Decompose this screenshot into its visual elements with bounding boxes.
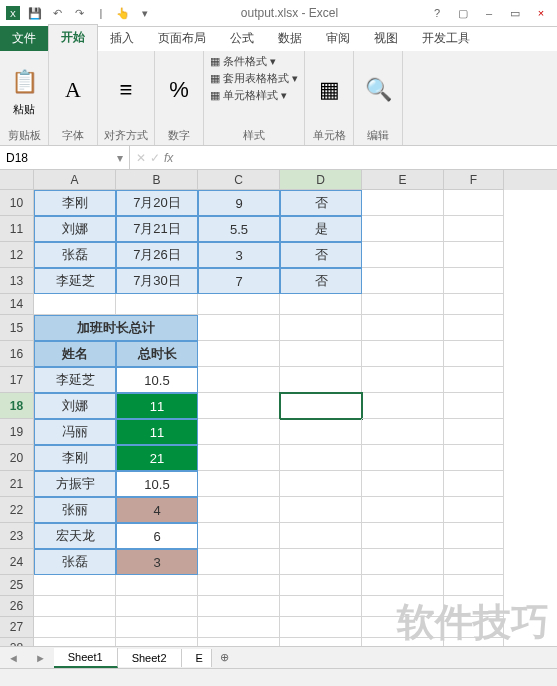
col-header-a[interactable]: A	[34, 170, 116, 190]
empty-cell[interactable]	[198, 471, 280, 497]
row-header[interactable]: 10	[0, 190, 34, 216]
summary-total-cell[interactable]: 6	[116, 523, 198, 549]
help-button[interactable]: ?	[425, 4, 449, 22]
summary-total-cell[interactable]: 3	[116, 549, 198, 575]
empty-cell[interactable]	[444, 242, 504, 268]
empty-cell[interactable]	[198, 294, 280, 315]
empty-cell[interactable]	[116, 617, 198, 638]
empty-cell[interactable]	[362, 268, 444, 294]
enter-formula-icon[interactable]: ✓	[150, 151, 160, 165]
sheet-tab-3[interactable]: E	[182, 649, 212, 667]
col-header-c[interactable]: C	[198, 170, 280, 190]
empty-cell[interactable]	[198, 617, 280, 638]
redo-icon[interactable]: ↷	[70, 4, 88, 22]
empty-cell[interactable]	[198, 315, 280, 341]
percent-icon[interactable]: %	[161, 72, 197, 108]
undo-icon[interactable]: ↶	[48, 4, 66, 22]
selected-cell[interactable]	[280, 393, 362, 419]
empty-cell[interactable]	[198, 549, 280, 575]
empty-cell[interactable]	[198, 341, 280, 367]
data-cell[interactable]: 7	[198, 268, 280, 294]
sheet-tab-1[interactable]: Sheet1	[54, 648, 118, 668]
row-header[interactable]: 14	[0, 294, 34, 315]
empty-cell[interactable]	[362, 393, 444, 419]
data-cell[interactable]: 7月20日	[116, 190, 198, 216]
paste-icon[interactable]: 📋	[6, 64, 42, 100]
empty-cell[interactable]	[362, 471, 444, 497]
empty-cell[interactable]	[444, 419, 504, 445]
empty-cell[interactable]	[280, 549, 362, 575]
tab-file[interactable]: 文件	[0, 26, 48, 51]
data-cell[interactable]: 否	[280, 242, 362, 268]
cell-styles-button[interactable]: ▦单元格样式 ▾	[210, 88, 298, 103]
row-header[interactable]: 11	[0, 216, 34, 242]
summary-name-cell[interactable]: 张磊	[34, 549, 116, 575]
empty-cell[interactable]	[362, 617, 444, 638]
restore-button[interactable]: ▭	[503, 4, 527, 22]
summary-header-name[interactable]: 姓名	[34, 341, 116, 367]
empty-cell[interactable]	[198, 419, 280, 445]
row-header[interactable]: 23	[0, 523, 34, 549]
summary-name-cell[interactable]: 方振宇	[34, 471, 116, 497]
empty-cell[interactable]	[444, 445, 504, 471]
data-cell[interactable]: 是	[280, 216, 362, 242]
save-icon[interactable]: 💾	[26, 4, 44, 22]
tab-page-layout[interactable]: 页面布局	[146, 26, 218, 51]
data-cell[interactable]: 7月26日	[116, 242, 198, 268]
empty-cell[interactable]	[444, 471, 504, 497]
empty-cell[interactable]	[280, 596, 362, 617]
empty-cell[interactable]	[362, 242, 444, 268]
sheet-tab-2[interactable]: Sheet2	[118, 649, 182, 667]
empty-cell[interactable]	[280, 419, 362, 445]
empty-cell[interactable]	[362, 497, 444, 523]
summary-total-cell[interactable]: 10.5	[116, 367, 198, 393]
empty-cell[interactable]	[362, 523, 444, 549]
cells-icon[interactable]: ▦	[311, 72, 347, 108]
summary-name-cell[interactable]: 李延芝	[34, 367, 116, 393]
empty-cell[interactable]	[280, 367, 362, 393]
empty-cell[interactable]	[362, 596, 444, 617]
tab-review[interactable]: 审阅	[314, 26, 362, 51]
empty-cell[interactable]	[34, 294, 116, 315]
empty-cell[interactable]	[444, 596, 504, 617]
empty-cell[interactable]	[280, 497, 362, 523]
empty-cell[interactable]	[198, 393, 280, 419]
name-box[interactable]: D18▾	[0, 146, 130, 169]
summary-name-cell[interactable]: 冯丽	[34, 419, 116, 445]
summary-title-cell[interactable]: 加班时长总计	[34, 315, 198, 341]
summary-total-cell[interactable]: 10.5	[116, 471, 198, 497]
data-cell[interactable]: 李刚	[34, 190, 116, 216]
empty-cell[interactable]	[34, 617, 116, 638]
empty-cell[interactable]	[444, 497, 504, 523]
empty-cell[interactable]	[198, 367, 280, 393]
data-cell[interactable]: 李延芝	[34, 268, 116, 294]
empty-cell[interactable]	[362, 367, 444, 393]
empty-cell[interactable]	[280, 523, 362, 549]
empty-cell[interactable]	[444, 617, 504, 638]
row-header[interactable]: 24	[0, 549, 34, 575]
row-header[interactable]: 27	[0, 617, 34, 638]
minimize-button[interactable]: –	[477, 4, 501, 22]
empty-cell[interactable]	[444, 523, 504, 549]
empty-cell[interactable]	[280, 341, 362, 367]
empty-cell[interactable]	[362, 549, 444, 575]
row-header[interactable]: 20	[0, 445, 34, 471]
empty-cell[interactable]	[198, 575, 280, 596]
data-cell[interactable]: 5.5	[198, 216, 280, 242]
empty-cell[interactable]	[444, 341, 504, 367]
empty-cell[interactable]	[362, 419, 444, 445]
align-icon[interactable]: ≡	[108, 72, 144, 108]
row-header[interactable]: 12	[0, 242, 34, 268]
summary-name-cell[interactable]: 张丽	[34, 497, 116, 523]
row-header[interactable]: 21	[0, 471, 34, 497]
row-header[interactable]: 19	[0, 419, 34, 445]
summary-total-cell[interactable]: 4	[116, 497, 198, 523]
row-header[interactable]: 15	[0, 315, 34, 341]
tab-data[interactable]: 数据	[266, 26, 314, 51]
font-icon[interactable]: A	[55, 72, 91, 108]
row-header[interactable]: 22	[0, 497, 34, 523]
row-header[interactable]: 18	[0, 393, 34, 419]
fx-icon[interactable]: fx	[164, 151, 173, 165]
ribbon-display-button[interactable]: ▢	[451, 4, 475, 22]
empty-cell[interactable]	[444, 190, 504, 216]
